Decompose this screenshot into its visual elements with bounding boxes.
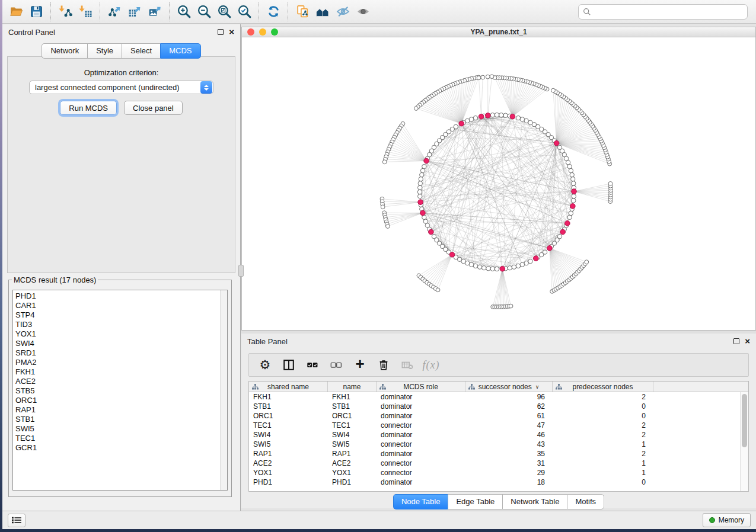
- tab-select[interactable]: Select: [122, 43, 160, 59]
- ring-node[interactable]: [499, 113, 503, 117]
- mcds-result-list[interactable]: PHD1CAR1STP4TID3YOX1SWI4SRD1PMA2FKH1ACE2…: [12, 290, 228, 491]
- mcds-hub-node[interactable]: [534, 256, 539, 261]
- mcds-hub-node[interactable]: [459, 121, 464, 126]
- ring-node[interactable]: [469, 262, 473, 267]
- mcds-result-item[interactable]: RAP1: [15, 405, 227, 415]
- ring-node[interactable]: [419, 177, 423, 181]
- ring-node[interactable]: [477, 265, 481, 269]
- ring-node[interactable]: [469, 117, 473, 121]
- ring-node[interactable]: [569, 211, 573, 215]
- leaf-node[interactable]: [386, 225, 390, 229]
- tab-network-table[interactable]: Network Table: [502, 494, 567, 509]
- ring-node[interactable]: [557, 235, 562, 239]
- split-columns-icon[interactable]: [281, 357, 296, 373]
- export-table-icon[interactable]: [125, 2, 145, 21]
- leaf-node[interactable]: [585, 260, 589, 264]
- ring-node[interactable]: [495, 113, 499, 117]
- refresh-layout-icon[interactable]: [263, 2, 283, 21]
- ring-node[interactable]: [512, 265, 516, 269]
- ring-node[interactable]: [520, 117, 524, 121]
- table-scrollbar[interactable]: [740, 392, 748, 491]
- mcds-result-item[interactable]: SRD1: [15, 348, 227, 358]
- ring-node[interactable]: [495, 267, 499, 271]
- ring-node[interactable]: [422, 215, 426, 219]
- table-row[interactable]: ORC1ORC1dominator610: [249, 411, 740, 421]
- mcds-result-item[interactable]: GCR1: [15, 443, 227, 453]
- close-panel-icon[interactable]: ×: [229, 29, 234, 35]
- ring-node[interactable]: [571, 177, 575, 181]
- leaf-node[interactable]: [414, 107, 418, 111]
- ring-node[interactable]: [508, 266, 512, 270]
- ring-node[interactable]: [528, 259, 532, 263]
- mcds-result-item[interactable]: TID3: [15, 320, 227, 329]
- ring-node[interactable]: [420, 168, 425, 172]
- mcds-result-item[interactable]: TEC1: [15, 434, 227, 443]
- export-network-icon[interactable]: [104, 2, 125, 21]
- export-image-icon[interactable]: [145, 2, 165, 21]
- tab-mcds[interactable]: MCDS: [160, 43, 200, 59]
- panel-splitter-handle[interactable]: [238, 265, 244, 277]
- ring-node[interactable]: [572, 198, 576, 203]
- table-row[interactable]: PHD1PHD1dominator180: [249, 477, 740, 487]
- table-row[interactable]: FKH1FKH1dominator962: [249, 392, 740, 402]
- mcds-hub-node[interactable]: [572, 189, 577, 194]
- settings-gear-icon[interactable]: ⚙: [257, 357, 273, 373]
- table-scrollbar-thumb[interactable]: [742, 394, 747, 447]
- ring-node[interactable]: [465, 261, 470, 265]
- hide-selected-icon[interactable]: [333, 2, 353, 21]
- table-row[interactable]: RAP1RAP1dominator352: [249, 449, 740, 459]
- table-row[interactable]: TEC1TEC1connector472: [249, 421, 740, 430]
- ring-node[interactable]: [418, 185, 422, 190]
- tab-node-table[interactable]: Node Table: [393, 494, 448, 509]
- zoom-out-icon[interactable]: [194, 2, 214, 21]
- float-panel-icon[interactable]: [218, 29, 224, 35]
- column-header-successor-nodes[interactable]: successor nodes∨: [465, 382, 553, 392]
- mcds-result-item[interactable]: ORC1: [15, 396, 227, 405]
- ring-node[interactable]: [543, 250, 547, 254]
- delete-column-icon[interactable]: [376, 357, 391, 373]
- ring-node[interactable]: [569, 168, 573, 172]
- ring-node[interactable]: [473, 264, 477, 268]
- ring-node[interactable]: [520, 262, 524, 267]
- tab-motifs[interactable]: Motifs: [567, 494, 604, 509]
- ring-node[interactable]: [418, 181, 422, 185]
- leaf-node[interactable]: [477, 76, 481, 80]
- column-header-shared-name[interactable]: shared name: [249, 382, 328, 392]
- mcds-result-item[interactable]: STB5: [15, 386, 227, 396]
- mcds-hub-node[interactable]: [420, 210, 426, 216]
- open-file-icon[interactable]: [6, 2, 26, 21]
- column-header-predecessor-nodes[interactable]: predecessor nodes: [553, 382, 653, 392]
- mcds-hub-node[interactable]: [479, 114, 484, 119]
- mcds-result-item[interactable]: SWI4: [15, 339, 227, 348]
- mcds-result-item[interactable]: PHD1: [15, 291, 227, 301]
- leaf-node[interactable]: [490, 75, 494, 79]
- mcds-result-item[interactable]: STP4: [15, 310, 227, 320]
- zoom-in-icon[interactable]: [174, 2, 194, 21]
- mcds-hub-node[interactable]: [500, 266, 505, 271]
- ring-node[interactable]: [524, 118, 528, 123]
- mcds-hub-node[interactable]: [429, 229, 434, 235]
- search-input[interactable]: [578, 4, 748, 20]
- ring-node[interactable]: [417, 190, 422, 194]
- mcds-result-item[interactable]: FKH1: [15, 367, 227, 377]
- leaf-node[interactable]: [481, 75, 485, 79]
- mcds-hub-node[interactable]: [570, 204, 576, 209]
- mcds-result-item[interactable]: ACE2: [15, 377, 227, 386]
- optimization-select[interactable]: largest connected component (undirected): [29, 81, 213, 94]
- mcds-result-item[interactable]: SWI5: [15, 424, 227, 434]
- mcds-hub-node[interactable]: [449, 252, 455, 258]
- show-all-icon[interactable]: [353, 2, 373, 21]
- table-row[interactable]: ACE2ACE2connector311: [249, 459, 740, 468]
- mcds-result-item[interactable]: CAR1: [15, 301, 227, 310]
- ring-node[interactable]: [490, 113, 495, 117]
- network-graph[interactable]: [242, 38, 756, 330]
- leaf-node[interactable]: [551, 88, 556, 92]
- add-column-icon[interactable]: +: [352, 357, 368, 373]
- mcds-hub-node[interactable]: [554, 140, 559, 146]
- mcds-result-item[interactable]: STB1: [15, 415, 227, 424]
- ring-node[interactable]: [557, 145, 562, 149]
- ring-node[interactable]: [516, 264, 520, 268]
- deselect-all-columns-icon[interactable]: [328, 357, 344, 373]
- run-mcds-button[interactable]: Run MCDS: [60, 101, 117, 115]
- mcds-hub-node[interactable]: [424, 158, 429, 164]
